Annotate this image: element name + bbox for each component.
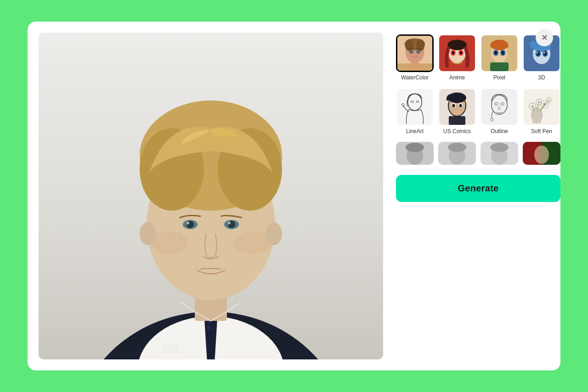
style-thumb-anime[interactable] [438,34,476,72]
svg-point-21 [151,231,188,254]
svg-point-73 [452,104,455,107]
svg-rect-76 [449,116,465,125]
svg-point-36 [416,50,420,54]
style-item-uscomics[interactable]: US Comics [438,88,476,134]
style-item-partial1[interactable] [396,142,434,165]
style-label-softpen: Soft Pen [531,128,552,134]
svg-point-61 [537,52,538,54]
svg-point-23 [180,237,182,239]
main-modal: ✕ [28,22,560,370]
svg-point-38 [407,62,422,71]
style-item-softpen[interactable]: Soft Pen [523,88,560,134]
style-grid-row1: WaterColor [396,34,560,81]
svg-rect-84 [532,112,541,123]
style-label-3d: 3D [538,74,545,81]
right-panel: WaterColor [396,33,560,359]
style-thumb-partial1[interactable] [396,142,434,165]
svg-point-24 [185,245,187,246]
style-item-watercolor[interactable]: WaterColor [396,34,434,81]
style-item-pixel[interactable]: Pixel [481,34,518,81]
style-item-outline[interactable]: Outline [481,88,518,134]
close-icon: ✕ [541,33,548,43]
portrait-panel [39,33,383,359]
svg-point-101 [490,143,509,152]
style-label-outline: Outline [491,128,508,134]
svg-point-28 [266,222,282,245]
style-item-partial2[interactable] [438,142,476,165]
style-thumb-partial4[interactable] [523,142,560,165]
style-thumb-softpen[interactable] [523,88,560,126]
svg-point-25 [174,235,175,237]
svg-point-20 [228,222,231,224]
style-thumb-outline[interactable] [481,88,518,126]
svg-point-35 [409,50,413,54]
svg-point-53 [502,51,504,55]
style-thumb-uscomics[interactable] [438,88,476,126]
svg-point-26 [240,237,242,239]
style-label-lineart: LineArt [406,128,424,134]
close-button[interactable]: ✕ [536,29,553,46]
svg-point-98 [448,143,466,152]
style-thumb-watercolor[interactable] [396,34,434,72]
svg-point-104 [534,146,549,164]
style-thumb-pixel[interactable] [481,34,518,72]
svg-point-52 [495,51,498,55]
svg-point-7 [207,326,210,330]
style-label-pixel: Pixel [493,74,505,81]
style-thumb-partial3[interactable] [481,142,518,165]
style-grid-row3-partial [396,142,560,165]
svg-rect-29 [163,344,179,353]
style-item-partial3[interactable] [481,142,518,165]
svg-point-19 [187,222,189,224]
svg-point-45 [460,51,463,55]
style-item-lineart[interactable]: LineArt [396,88,434,134]
svg-point-27 [140,222,156,245]
generate-button[interactable]: Generate [396,175,560,202]
style-grid-row2: LineArt [396,88,560,134]
style-label-anime: Anime [449,74,465,81]
style-label-uscomics: US Comics [443,128,471,134]
style-thumb-partial2[interactable] [438,142,476,165]
svg-point-22 [234,231,271,254]
svg-point-74 [459,104,462,107]
svg-rect-49 [490,62,509,71]
svg-rect-63 [397,89,433,125]
style-thumb-lineart[interactable] [396,88,434,126]
svg-point-62 [543,52,545,54]
svg-point-95 [406,143,424,152]
svg-point-44 [452,51,455,55]
style-label-watercolor: WaterColor [401,74,429,81]
style-item-partial4[interactable] [523,142,560,165]
svg-point-41 [447,40,467,50]
portrait-image [39,33,383,359]
style-item-anime[interactable]: Anime [438,34,476,81]
